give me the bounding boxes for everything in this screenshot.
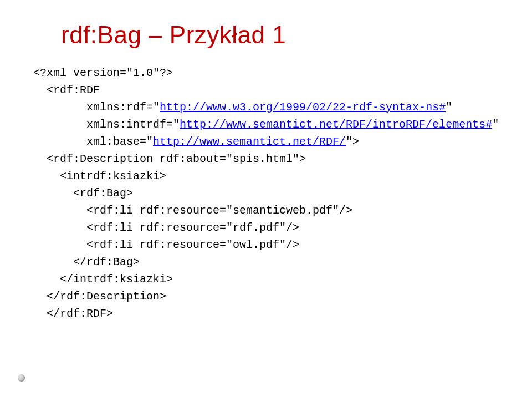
code-line-1: <?xml version="1.0"?>: [33, 67, 173, 79]
code-line-5-post: ">: [346, 135, 359, 148]
code-line-6: <rdf:Description rdf:about="spis.html">: [47, 153, 306, 165]
code-link-base[interactable]: http://www.semantict.net/RDF/: [153, 135, 346, 148]
code-line-14: </rdf:Description>: [47, 290, 166, 303]
slide-title: rdf:Bag – Przykład 1: [61, 21, 499, 49]
code-link-rdf-ns[interactable]: http://www.w3.org/1999/02/22-rdf-syntax-…: [160, 101, 446, 114]
code-line-7: <intrdf:ksiazki>: [60, 170, 166, 182]
code-line-8: <rdf:Bag>: [73, 187, 133, 200]
code-line-4-pre: xmlns:intrdf=": [86, 118, 180, 131]
code-line-3-post: ": [446, 101, 452, 114]
code-line-4-post: ": [492, 118, 499, 131]
code-line-13: </intrdf:ksiazki>: [60, 273, 173, 286]
code-line-15: </rdf:RDF>: [47, 307, 113, 320]
code-link-intrdf-ns[interactable]: http://www.semantict.net/RDF/introRDF/el…: [180, 118, 492, 131]
code-line-12: </rdf:Bag>: [73, 256, 140, 268]
code-line-3-pre: xmlns:rdf=": [86, 101, 160, 114]
code-line-10: <rdf:li rdf:resource="rdf.pdf"/>: [86, 221, 299, 234]
code-line-2: <rdf:RDF: [47, 84, 100, 97]
code-block: <?xml version="1.0"?> <rdf:RDF xmlns:rdf…: [33, 64, 499, 322]
code-line-11: <rdf:li rdf:resource="owl.pdf"/>: [86, 238, 299, 251]
code-line-9: <rdf:li rdf:resource="semanticweb.pdf"/>: [86, 204, 352, 217]
code-line-5-pre: xml:base=": [86, 135, 153, 148]
slide-bullet-icon: [18, 374, 25, 382]
slide: rdf:Bag – Przykład 1 <?xml version="1.0"…: [0, 0, 532, 396]
